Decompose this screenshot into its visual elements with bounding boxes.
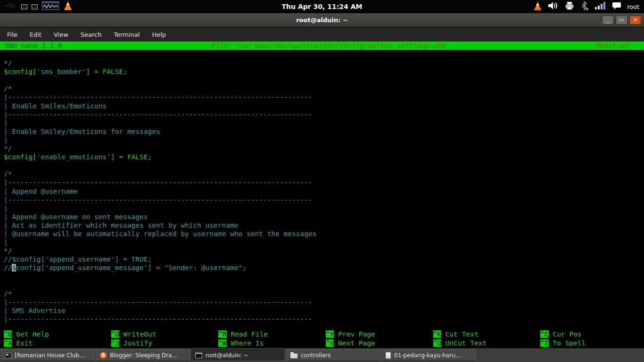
maximize-button[interactable]: ▭	[616, 16, 627, 25]
shortcut-key: ^J	[111, 339, 119, 347]
shortcut-key: ^C	[540, 330, 548, 338]
taskbar-item-label: [Romanian House Club...	[15, 352, 84, 359]
shortcut-next-page[interactable]: ^V Next Page	[322, 339, 429, 348]
code-segment: 'enable_emoticons'	[37, 153, 111, 161]
editor-line: */	[4, 247, 644, 255]
editor-line: | @username will be automatically replac…	[4, 230, 644, 238]
kali-menu-icon[interactable]	[3, 0, 17, 13]
code-segment: /*	[4, 170, 12, 178]
code-segment: | Append @username on sent messages	[4, 213, 148, 221]
shortcut-key: ^K	[433, 330, 441, 338]
taskbar-item[interactable]: controllers	[287, 349, 380, 361]
code-segment: |	[4, 136, 8, 144]
shortcut-cur-pos[interactable]: ^C Cur Pos	[537, 330, 644, 339]
code-segment: | Enable Smiley/Emoticons for messages	[4, 128, 160, 135]
editor-line: | Enable Smiley/Emoticons for messages	[4, 127, 644, 136]
minimize-button[interactable]: _	[602, 16, 614, 25]
taskbar-item-label: Blogger: Sleeping Dra...	[110, 352, 177, 359]
shortcut-label: Justify	[119, 339, 152, 347]
taskbar-item-label: root@alduin: ~	[206, 352, 248, 359]
nano-header: GNU nano 2.2.6 File: /var/www/sms/applic…	[0, 41, 644, 50]
menu-edit[interactable]: Edit	[24, 31, 48, 38]
editor-line: | SMS Advertise	[4, 306, 644, 315]
top-panel: Thu Apr 30, 11:24 AM	[0, 0, 644, 13]
shortcut-label: Prev Page	[334, 330, 375, 338]
editor-line: | Enable Smiles/Emoticons	[4, 102, 644, 110]
menu-file[interactable]: File	[1, 31, 24, 38]
code-segment: config['append_username_message'] = "Sen…	[16, 264, 247, 272]
code-segment: |---------------------------------------…	[4, 315, 313, 323]
menu-view[interactable]: View	[48, 31, 74, 38]
nano-modified-flag: Modified	[596, 42, 644, 49]
network-signal-icon[interactable]	[594, 0, 606, 13]
code-segment: ] = FALSE;	[86, 68, 127, 75]
blogger-icon	[100, 352, 107, 359]
chat-bubble-icon[interactable]	[611, 1, 622, 12]
editor-line: /*	[4, 289, 644, 298]
editor-line: |	[4, 136, 644, 144]
code-segment: //$config['append_username'] = TRUE;	[4, 255, 152, 263]
close-button[interactable]: ✕	[629, 16, 641, 25]
shortcut-key: ^Y	[326, 330, 334, 338]
shortcut-key: ^G	[4, 330, 12, 338]
shortcut-label: To Spell	[549, 339, 586, 347]
shortcut-key: ^U	[433, 339, 441, 347]
terminal-icon	[195, 353, 202, 358]
vlc-tray-icon[interactable]	[533, 1, 542, 13]
menu-help[interactable]: Help	[146, 31, 172, 38]
code-segment: $config[	[4, 68, 37, 75]
editor-line: | Append @username	[4, 187, 644, 196]
document-icon	[386, 352, 391, 359]
editor-line: */	[4, 59, 644, 67]
code-segment: | Act as identifier which messages sent …	[4, 222, 239, 229]
window-titlebar[interactable]: root@alduin: ~ _ ▭ ✕	[0, 13, 644, 27]
taskbar-item[interactable]: Blogger: Sleeping Dra...	[96, 349, 190, 361]
shortcut-key: ^W	[218, 339, 226, 347]
menu-terminal[interactable]: Terminal	[107, 31, 146, 38]
code-segment: /*	[4, 85, 12, 92]
menu-search[interactable]: Search	[74, 31, 108, 38]
code-segment: | @username will be automatically replac…	[4, 230, 316, 238]
nano-version: GNU nano 2.2.6	[0, 42, 62, 49]
shortcut-key: ^O	[111, 330, 119, 338]
shortcut-cut-text[interactable]: ^K Cut Text	[429, 330, 537, 339]
editor-line: |---------------------------------------…	[4, 315, 644, 323]
editor-line	[4, 272, 644, 280]
editor-line: /*	[4, 84, 644, 93]
code-segment: |	[4, 119, 8, 127]
shortcut-to-spell[interactable]: ^T To Spell	[537, 339, 644, 348]
folder-icon	[290, 354, 297, 358]
shortcut-justify[interactable]: ^J Justify	[107, 339, 215, 348]
shortcut-key: ^T	[540, 339, 548, 347]
shortcut-uncut-text[interactable]: ^U UnCut Text	[429, 339, 537, 348]
bluetooth-icon[interactable]	[580, 0, 589, 13]
window-button-icon[interactable]	[32, 4, 38, 9]
vlc-icon[interactable]	[63, 0, 73, 13]
editor-line: |---------------------------------------…	[4, 196, 644, 204]
editor-lines[interactable]: */$config['sms_bomber'] = FALSE; /*|----…	[0, 50, 644, 329]
code-segment: */	[4, 247, 12, 255]
printer-icon[interactable]	[564, 0, 575, 13]
taskbar-item[interactable]: root@alduin: ~	[191, 349, 285, 361]
window-button-icon[interactable]	[21, 4, 27, 9]
shortcut-label: Exit	[12, 339, 33, 347]
shortcut-key: ^V	[326, 339, 334, 347]
code-segment: */	[4, 59, 12, 67]
shortcut-writeout[interactable]: ^O WriteOut	[107, 330, 215, 339]
volume-icon[interactable]	[547, 0, 559, 13]
code-segment: | Enable Smiles/Emoticons	[4, 102, 107, 110]
shortcut-label: Where Is	[227, 339, 264, 347]
shortcut-label: Cut Text	[441, 330, 479, 338]
shortcut-read-file[interactable]: ^R Read File	[215, 330, 322, 339]
audio-app-window-icon[interactable]	[42, 1, 59, 12]
shortcut-where-is[interactable]: ^W Where Is	[215, 339, 322, 348]
editor-line: |	[4, 204, 644, 213]
taskbar-item[interactable]: [Romanian House Club...	[1, 349, 95, 361]
shortcut-prev-page[interactable]: ^Y Prev Page	[322, 330, 429, 339]
text-cursor: $	[12, 264, 16, 272]
shortcut-get-help[interactable]: ^G Get Help	[0, 330, 107, 339]
taskbar-item[interactable]: 01-pedang-kayu-haru...	[382, 349, 476, 361]
shortcut-exit[interactable]: ^X Exit	[0, 339, 107, 348]
code-segment: $config[	[4, 153, 37, 161]
panel-user-label[interactable]: root	[627, 3, 639, 10]
